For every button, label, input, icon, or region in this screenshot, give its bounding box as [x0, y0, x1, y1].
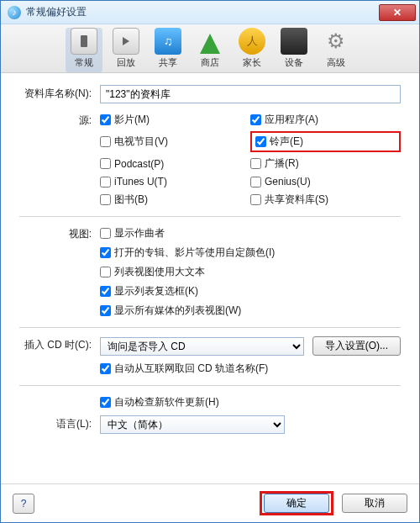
source-podcast[interactable]: Podcast(P): [100, 156, 250, 172]
source-itunesu-checkbox[interactable]: [100, 177, 111, 188]
cd-insert-label: 插入 CD 时(C):: [19, 336, 100, 352]
language-select[interactable]: 中文（简体）: [100, 415, 285, 434]
app-icon: ♪: [8, 6, 21, 19]
library-name-label: 资料库名称(N):: [19, 85, 100, 101]
view-all-media-list[interactable]: 显示所有媒体的列表视图(W): [100, 303, 401, 319]
source-books[interactable]: 图书(B): [100, 192, 250, 208]
auto-check-updates-label: 自动检查新软件更新(H): [114, 395, 219, 409]
highlight-ok: 确定: [260, 491, 333, 515]
sources-label: 源:: [19, 112, 100, 128]
language-label: 语言(L):: [19, 415, 100, 431]
view-label: 打开的专辑、影片等使用自定颜色(I): [114, 246, 275, 260]
source-podcast-checkbox[interactable]: [100, 158, 111, 169]
tab-advanced[interactable]: 高级: [318, 28, 354, 72]
view-label: 显示作曲者: [114, 226, 165, 240]
content-area: 资料库名称(N): 源: 影片(M) 应用程序(A) 电视节目(V): [1, 73, 419, 483]
source-label: iTunes U(T): [114, 176, 167, 188]
cd-autofetch-label: 自动从互联网取回 CD 轨道名称(F): [114, 362, 268, 376]
source-ringtones-checkbox[interactable]: [255, 136, 266, 147]
view-composer-checkbox[interactable]: [100, 228, 111, 239]
highlight-ringtones: 铃声(E): [250, 131, 401, 152]
tab-label: 设备: [276, 56, 312, 69]
views-stack: 显示作曲者 打开的专辑、影片等使用自定颜色(I) 列表视图使用大文本 显示列表复…: [100, 225, 401, 319]
tab-label: 商店: [192, 56, 228, 69]
view-all-media-list-checkbox[interactable]: [100, 305, 111, 316]
auto-check-updates[interactable]: 自动检查新软件更新(H): [100, 394, 401, 410]
tab-store[interactable]: 商店: [192, 28, 228, 72]
view-label: 显示所有媒体的列表视图(W): [114, 304, 241, 318]
close-button[interactable]: ✕: [379, 4, 416, 21]
source-tvshows[interactable]: 电视节目(V): [100, 131, 250, 152]
source-movies[interactable]: 影片(M): [100, 112, 250, 128]
view-custom-colors[interactable]: 打开的专辑、影片等使用自定颜色(I): [100, 245, 401, 261]
help-button[interactable]: ?: [13, 494, 34, 514]
source-movies-checkbox[interactable]: [100, 114, 111, 125]
source-ringtones[interactable]: 铃声(E): [255, 134, 396, 150]
playback-icon: [113, 28, 139, 55]
view-custom-colors-checkbox[interactable]: [100, 247, 111, 258]
view-label: 列表视图使用大文本: [114, 265, 205, 279]
source-apps-checkbox[interactable]: [250, 114, 261, 125]
titlebar: ♪ 常规偏好设置 ✕: [1, 1, 419, 24]
cd-autofetch-checkbox[interactable]: [100, 363, 111, 374]
tab-devices[interactable]: 设备: [276, 28, 312, 72]
advanced-icon: [323, 28, 349, 55]
source-label: 电视节目(V): [114, 135, 168, 149]
view-large-text-checkbox[interactable]: [100, 267, 111, 277]
source-label: 应用程序(A): [265, 113, 318, 127]
cd-autofetch[interactable]: 自动从互联网取回 CD 轨道名称(F): [100, 361, 401, 377]
source-apps[interactable]: 应用程序(A): [250, 112, 401, 128]
auto-check-updates-checkbox[interactable]: [100, 397, 111, 408]
window-title: 常规偏好设置: [26, 5, 87, 19]
cd-insert-row: 插入 CD 时(C): 询问是否导入 CD 导入设置(O)...: [19, 336, 401, 356]
views-label: 视图:: [19, 225, 100, 241]
source-books-checkbox[interactable]: [100, 194, 111, 205]
tab-label: 常规: [66, 56, 102, 69]
sources-row: 源: 影片(M) 应用程序(A) 电视节目(V) 铃声(E): [19, 112, 401, 208]
tab-label: 共享: [150, 56, 186, 69]
import-settings-button[interactable]: 导入设置(O)...: [312, 336, 401, 356]
parental-icon: [239, 28, 265, 55]
source-itunesu[interactable]: iTunes U(T): [100, 175, 250, 188]
footer: ? 确定 取消: [1, 483, 419, 522]
view-list-checkboxes[interactable]: 显示列表复选框(K): [100, 283, 401, 299]
source-label: 铃声(E): [270, 135, 303, 149]
tab-sharing[interactable]: 共享: [150, 28, 186, 72]
separator: [19, 327, 401, 328]
view-list-checkboxes-checkbox[interactable]: [100, 286, 111, 297]
general-icon: [71, 28, 97, 55]
views-row: 视图: 显示作曲者 打开的专辑、影片等使用自定颜色(I) 列表视图使用大文本 显…: [19, 225, 401, 319]
source-label: Podcast(P): [114, 158, 164, 170]
source-genius[interactable]: Genius(U): [250, 175, 401, 188]
view-large-text[interactable]: 列表视图使用大文本: [100, 264, 401, 280]
library-name-input[interactable]: [100, 85, 401, 103]
preferences-window: ♪ 常规偏好设置 ✕ 常规 回放 共享 商店 家长 设备: [0, 0, 420, 523]
tab-playback[interactable]: 回放: [108, 28, 144, 72]
language-row: 语言(L): 中文（简体）: [19, 415, 401, 434]
source-shared-lib-checkbox[interactable]: [250, 194, 261, 205]
view-composer[interactable]: 显示作曲者: [100, 225, 401, 241]
source-label: 共享资料库(S): [265, 193, 328, 207]
cancel-button[interactable]: 取消: [342, 494, 407, 513]
source-radio[interactable]: 广播(R): [250, 156, 401, 172]
tab-general[interactable]: 常规: [66, 28, 102, 72]
source-label: 影片(M): [114, 113, 150, 127]
source-genius-checkbox[interactable]: [250, 177, 261, 188]
library-name-row: 资料库名称(N):: [19, 85, 401, 103]
separator: [19, 216, 401, 217]
tab-label: 家长: [234, 56, 270, 69]
ok-button[interactable]: 确定: [264, 494, 329, 513]
cd-insert-select[interactable]: 询问是否导入 CD: [100, 337, 304, 356]
source-label: Genius(U): [265, 176, 311, 188]
tab-parental[interactable]: 家长: [234, 28, 270, 72]
sources-grid: 影片(M) 应用程序(A) 电视节目(V) 铃声(E): [100, 112, 401, 208]
source-radio-checkbox[interactable]: [250, 158, 261, 169]
view-label: 显示列表复选框(K): [114, 284, 198, 298]
toolbar: 常规 回放 共享 商店 家长 设备 高级: [1, 24, 419, 73]
tab-label: 回放: [108, 56, 144, 69]
separator: [19, 385, 401, 386]
devices-icon: [281, 28, 307, 55]
source-shared-lib[interactable]: 共享资料库(S): [250, 192, 401, 208]
source-label: 图书(B): [114, 193, 148, 207]
source-tvshows-checkbox[interactable]: [100, 136, 111, 147]
